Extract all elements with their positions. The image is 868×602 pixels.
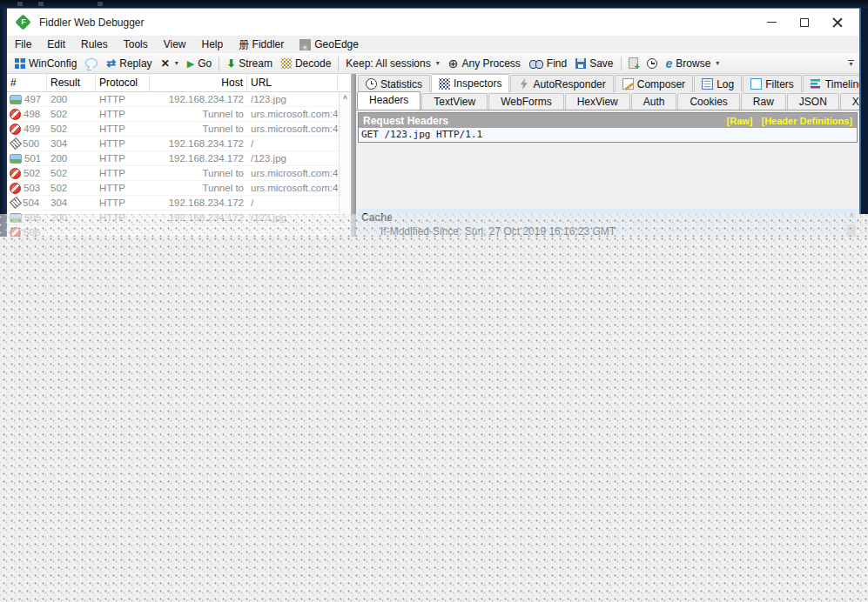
session-row[interactable]: 503 502 HTTP Tunnel to urs.microsoft.com… [7, 181, 351, 196]
title-bar[interactable]: Fiddler Web Debugger [7, 9, 859, 36]
subtab-hexview[interactable]: HexView [565, 93, 630, 110]
session-url: urs.microsoft.com:443 [247, 122, 338, 137]
process-target-icon [448, 57, 459, 70]
any-process-button[interactable]: Any Process [444, 54, 525, 73]
session-result: 502 [47, 122, 96, 137]
subtab-raw[interactable]: Raw [741, 93, 786, 110]
tab-composer[interactable]: Composer [615, 75, 693, 92]
subtab-webforms[interactable]: WebForms [488, 93, 563, 110]
tab-label: Filters [765, 78, 794, 90]
find-button[interactable]: Find [525, 54, 571, 73]
request-headers-title: Request Headers [363, 115, 448, 127]
go-play-icon [187, 57, 194, 70]
menu-help[interactable]: Help [194, 36, 232, 53]
decode-label: Decode [295, 57, 331, 70]
session-id: 501 [24, 151, 41, 166]
browse-label: Browse [676, 57, 710, 70]
session-row[interactable]: 499 502 HTTP Tunnel to urs.microsoft.com… [7, 122, 351, 137]
session-type-icon [10, 95, 22, 104]
remove-sessions-button[interactable] [157, 54, 183, 73]
header-definitions-link[interactable]: [Header Definitions] [761, 116, 852, 126]
toolbar: WinConfig Replay Go Stream Decode Keep: … [7, 53, 859, 74]
session-protocol: HTTP [96, 151, 150, 166]
window-title: Fiddler Web Debugger [39, 17, 145, 29]
session-row[interactable]: 501 200 HTTP 192.168.234.172 /123.jpg [7, 151, 351, 166]
menu-file[interactable]: File [7, 36, 39, 53]
tab-log[interactable]: Log [694, 75, 742, 92]
tab-filters[interactable]: Filters [743, 75, 802, 92]
comment-button[interactable] [81, 54, 102, 73]
session-type-icon [10, 109, 21, 120]
menu-tools[interactable]: Tools [116, 36, 156, 53]
scroll-up-arrow-icon[interactable] [340, 92, 351, 104]
column-header-host[interactable]: Host [150, 74, 247, 92]
session-id: 497 [24, 92, 41, 107]
session-type-icon [10, 137, 22, 150]
subtab-json[interactable]: JSON [787, 93, 839, 110]
maximize-icon [800, 18, 809, 27]
toolbar-overflow-button[interactable] [845, 57, 857, 70]
screenshot-button[interactable] [624, 54, 643, 73]
save-label: Save [589, 57, 613, 70]
statistics-clock-icon [366, 78, 377, 90]
column-header-result[interactable]: Result [47, 74, 96, 92]
menu-geoedge[interactable]: GeoEdge [292, 36, 367, 53]
minimize-button[interactable] [755, 9, 788, 36]
column-header-protocol[interactable]: Protocol [96, 74, 150, 92]
subtab-headers[interactable]: Headers [357, 91, 421, 110]
tab-statistics[interactable]: Statistics [358, 75, 430, 92]
session-protocol: HTTP [96, 181, 150, 196]
session-url: urs.microsoft.com:443 [247, 107, 338, 122]
browse-button[interactable]: Browse [662, 54, 724, 73]
geoedge-icon [299, 39, 311, 50]
stream-arrow-icon [226, 57, 235, 70]
tab-timeline[interactable]: Timeline [803, 75, 859, 92]
replay-button[interactable]: Replay [102, 54, 156, 73]
tab-autoresponder[interactable]: AutoResponder [510, 75, 613, 92]
maximize-button[interactable] [788, 9, 821, 36]
stream-button[interactable]: Stream [222, 54, 277, 73]
session-row[interactable]: 504 304 HTTP 192.168.234.172 / [7, 196, 351, 211]
close-button[interactable] [821, 9, 854, 36]
session-row[interactable]: 500 304 HTTP 192.168.234.172 / [7, 137, 351, 151]
session-host: 192.168.234.172 [150, 151, 247, 166]
subtab-xml[interactable]: XML [840, 93, 859, 110]
timer-button[interactable] [643, 54, 662, 73]
background-glyph [38, 2, 44, 6]
binoculars-icon [529, 59, 543, 68]
menu-edit[interactable]: Edit [39, 36, 73, 53]
request-headers-box: Request Headers [Raw] [Header Definition… [358, 112, 858, 143]
decode-button[interactable]: Decode [277, 54, 335, 73]
session-row[interactable]: 498 502 HTTP Tunnel to urs.microsoft.com… [7, 107, 351, 122]
column-header-number[interactable]: # [7, 74, 47, 92]
column-header-url[interactable]: URL [247, 74, 338, 92]
subtab-auth[interactable]: Auth [631, 93, 677, 110]
window-controls [755, 9, 854, 36]
raw-link[interactable]: [Raw] [727, 116, 753, 126]
menu-rules[interactable]: Rules [73, 36, 116, 53]
request-line[interactable]: GET /123.jpg HTTP/1.1 [359, 128, 857, 142]
keep-sessions-dropdown[interactable]: Keep: All sessions [341, 54, 443, 73]
session-host: Tunnel to [150, 166, 247, 181]
subtab-cookies[interactable]: Cookies [677, 93, 739, 110]
session-list-header: # Result Protocol Host URL [7, 74, 351, 92]
session-row[interactable]: 502 502 HTTP Tunnel to urs.microsoft.com… [7, 166, 351, 181]
save-button[interactable]: Save [571, 54, 617, 73]
inspector-panel: Statistics Inspectors AutoResponder Comp… [356, 74, 859, 237]
winconfig-button[interactable]: WinConfig [10, 54, 81, 73]
session-protocol: HTTP [96, 92, 150, 107]
menu-view[interactable]: View [156, 36, 194, 53]
go-button[interactable]: Go [183, 54, 216, 73]
background-window-top-edge [0, 0, 868, 8]
toolbar-separator [338, 57, 339, 70]
subtab-textview[interactable]: TextView [421, 93, 488, 110]
session-protocol: HTTP [96, 107, 150, 122]
session-row[interactable]: 497 200 HTTP 192.168.234.172 /123.jpg [7, 92, 351, 107]
session-url: urs.microsoft.com:443 [247, 181, 338, 196]
toolbar-separator [621, 57, 622, 70]
clipboard-plus-icon [629, 57, 638, 69]
session-host: Tunnel to [150, 107, 247, 122]
tab-inspectors[interactable]: Inspectors [431, 74, 509, 92]
session-host: Tunnel to [150, 181, 247, 196]
menu-fiddler[interactable]: 册 Fiddler [231, 36, 292, 53]
